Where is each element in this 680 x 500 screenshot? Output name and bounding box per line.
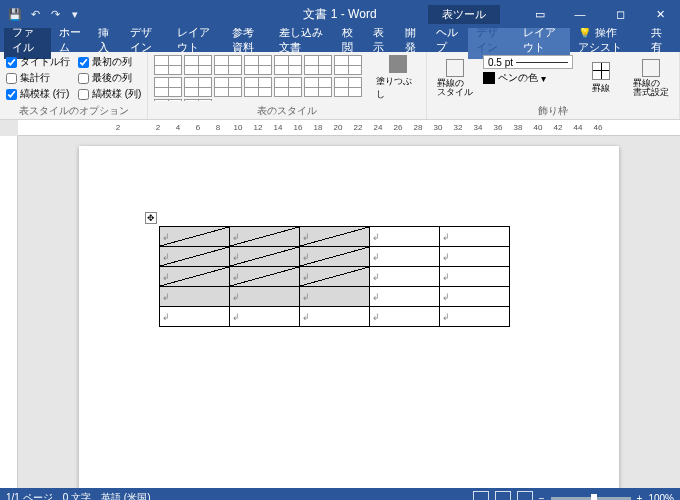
table-cell[interactable]: ↲ <box>160 227 230 247</box>
borders-button[interactable]: 罫線 <box>579 55 623 101</box>
ruler-mark: 12 <box>248 123 268 132</box>
zoom-level[interactable]: 100% <box>648 493 674 501</box>
table-style-thumb[interactable] <box>184 77 212 97</box>
table-style-thumb[interactable] <box>184 55 212 75</box>
table-cell[interactable]: ↲ <box>230 287 300 307</box>
option-最初の列[interactable]: 最初の列 <box>78 55 141 69</box>
title-bar: 💾 ↶ ↷ ▾ 文書 1 - Word 表ツール ▭ — ◻ ✕ <box>0 0 680 28</box>
table-cell[interactable]: ↲ <box>370 247 440 267</box>
checkbox[interactable] <box>78 57 89 68</box>
document-canvas[interactable]: ✥ ↲↲↲↲↲↲↲↲↲↲↲↲↲↲↲↲↲↲↲↲↲↲↲↲↲ <box>18 136 680 488</box>
table-cell[interactable]: ↲ <box>300 247 370 267</box>
checkbox[interactable] <box>78 89 89 100</box>
option-縞模様 (列)[interactable]: 縞模様 (列) <box>78 87 141 101</box>
pen-weight-selector[interactable]: 0.5 pt <box>483 55 573 69</box>
shading-button[interactable]: 塗りつぶし <box>376 55 420 101</box>
table-move-handle-icon[interactable]: ✥ <box>145 212 157 224</box>
table-cell[interactable]: ↲ <box>300 287 370 307</box>
table-style-thumb[interactable] <box>334 77 362 97</box>
table-cell[interactable]: ↲ <box>230 247 300 267</box>
option-最後の列[interactable]: 最後の列 <box>78 71 141 85</box>
document-table[interactable]: ↲↲↲↲↲↲↲↲↲↲↲↲↲↲↲↲↲↲↲↲↲↲↲↲↲ <box>159 226 510 327</box>
ribbon: タイトル行集計行縞模様 (行) 最初の列最後の列縞模様 (列) 表スタイルのオプ… <box>0 52 680 120</box>
maximize-button[interactable]: ◻ <box>600 0 640 28</box>
ruler-mark: 2 <box>108 123 128 132</box>
table-cell[interactable]: ↲ <box>440 307 510 327</box>
table-cell[interactable]: ↲ <box>370 287 440 307</box>
status-words[interactable]: 0 文字 <box>63 491 91 500</box>
ruler-mark: 46 <box>588 123 608 132</box>
table-style-gallery[interactable] <box>154 55 372 101</box>
ribbon-options-icon[interactable]: ▭ <box>520 0 560 28</box>
view-read-icon[interactable] <box>473 491 489 500</box>
option-label: 最初の列 <box>92 55 132 69</box>
table-cell[interactable]: ↲ <box>160 267 230 287</box>
redo-icon[interactable]: ↷ <box>48 7 62 21</box>
table-cell[interactable]: ↲ <box>370 267 440 287</box>
view-print-icon[interactable] <box>495 491 511 500</box>
table-cell[interactable]: ↲ <box>230 307 300 327</box>
shading-icon <box>389 55 407 73</box>
pen-color-button[interactable]: ペンの色 ▾ <box>483 71 573 85</box>
ruler-mark: 6 <box>188 123 208 132</box>
qat-more-icon[interactable]: ▾ <box>68 7 82 21</box>
option-縞模様 (行)[interactable]: 縞模様 (行) <box>6 87 70 101</box>
border-painter-icon <box>642 59 660 77</box>
table-cell[interactable]: ↲ <box>440 247 510 267</box>
table-style-thumb[interactable] <box>154 99 182 101</box>
page[interactable]: ✥ ↲↲↲↲↲↲↲↲↲↲↲↲↲↲↲↲↲↲↲↲↲↲↲↲↲ <box>79 146 619 488</box>
table-style-thumb[interactable] <box>154 77 182 97</box>
zoom-slider[interactable] <box>551 497 631 500</box>
ruler-mark: 44 <box>568 123 588 132</box>
table-cell[interactable]: ↲ <box>300 227 370 247</box>
table-cell[interactable]: ↲ <box>440 227 510 247</box>
option-集計行[interactable]: 集計行 <box>6 71 70 85</box>
border-styles-button[interactable]: 罫線の スタイル <box>433 55 477 101</box>
table-style-thumb[interactable] <box>184 99 212 101</box>
table-style-thumb[interactable] <box>334 55 362 75</box>
minimize-button[interactable]: — <box>560 0 600 28</box>
table-cell[interactable]: ↲ <box>370 307 440 327</box>
vertical-ruler[interactable] <box>0 136 18 488</box>
table-cell[interactable]: ↲ <box>440 287 510 307</box>
table-style-thumb[interactable] <box>214 55 242 75</box>
table-cell[interactable]: ↲ <box>370 227 440 247</box>
zoom-in-button[interactable]: + <box>637 493 643 501</box>
status-language[interactable]: 英語 (米国) <box>101 491 150 500</box>
option-label: 縞模様 (行) <box>20 87 69 101</box>
border-painter-button[interactable]: 罫線の 書式設定 <box>629 55 673 101</box>
table-cell[interactable]: ↲ <box>300 307 370 327</box>
table-style-thumb[interactable] <box>244 55 272 75</box>
borders-label: 罫線 <box>592 82 610 95</box>
table-cell[interactable]: ↲ <box>300 267 370 287</box>
table-style-thumb[interactable] <box>304 77 332 97</box>
status-page[interactable]: 1/1 ページ <box>6 491 53 500</box>
table-style-thumb[interactable] <box>274 55 302 75</box>
checkbox[interactable] <box>6 89 17 100</box>
ruler-mark: 8 <box>208 123 228 132</box>
table-cell[interactable]: ↲ <box>160 287 230 307</box>
view-web-icon[interactable] <box>517 491 533 500</box>
table-cell[interactable]: ↲ <box>440 267 510 287</box>
quick-access-toolbar: 💾 ↶ ↷ ▾ <box>0 7 82 21</box>
table-cell[interactable]: ↲ <box>160 307 230 327</box>
save-icon[interactable]: 💾 <box>8 7 22 21</box>
table-style-thumb[interactable] <box>154 55 182 75</box>
table-cell[interactable]: ↲ <box>160 247 230 267</box>
close-button[interactable]: ✕ <box>640 0 680 28</box>
undo-icon[interactable]: ↶ <box>28 7 42 21</box>
ruler-mark: 20 <box>328 123 348 132</box>
zoom-out-button[interactable]: − <box>539 493 545 501</box>
horizontal-ruler[interactable]: 2246810121416182022242628303234363840424… <box>18 120 680 136</box>
table-style-thumb[interactable] <box>304 55 332 75</box>
option-タイトル行[interactable]: タイトル行 <box>6 55 70 69</box>
table-cell[interactable]: ↲ <box>230 267 300 287</box>
checkbox[interactable] <box>6 73 17 84</box>
checkbox[interactable] <box>78 73 89 84</box>
table-style-thumb[interactable] <box>274 77 302 97</box>
pen-weight-value: 0.5 pt <box>488 57 513 68</box>
checkbox[interactable] <box>6 57 17 68</box>
table-cell[interactable]: ↲ <box>230 227 300 247</box>
table-style-thumb[interactable] <box>214 77 242 97</box>
table-style-thumb[interactable] <box>244 77 272 97</box>
